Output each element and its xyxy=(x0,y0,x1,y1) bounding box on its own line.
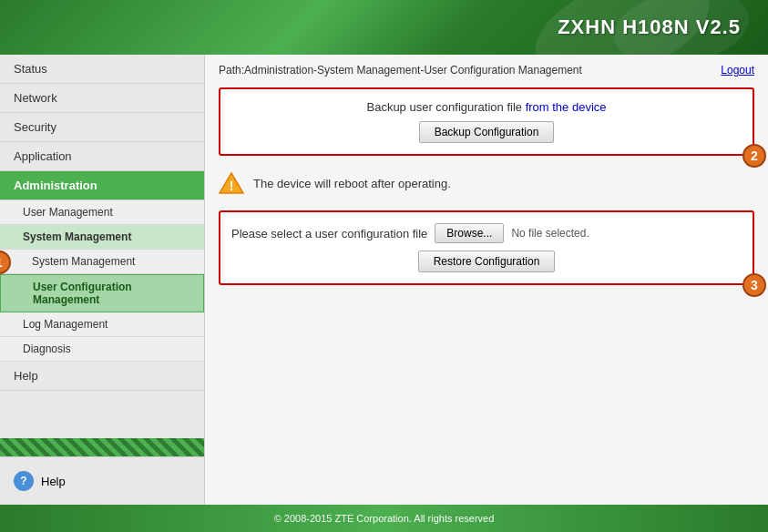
restore-section-wrap: Please select a user configuration file … xyxy=(219,210,754,285)
restore-section: Please select a user configuration file … xyxy=(219,210,754,285)
app-title: ZXHN H108N V2.5 xyxy=(558,15,741,39)
content-area: Path:Administration-System Management-Us… xyxy=(205,55,768,505)
sidebar-item-network[interactable]: Network xyxy=(0,84,204,113)
sidebar-subitem-log-management[interactable]: Log Management xyxy=(0,312,204,337)
restore-configuration-button[interactable]: Restore Configuration xyxy=(418,251,556,272)
sidebar-help: ? Help xyxy=(0,456,204,505)
breadcrumb: Path:Administration-System Management-Us… xyxy=(219,64,582,77)
annotation-2: 2 xyxy=(742,144,766,168)
restore-row: Please select a user configuration file … xyxy=(231,223,742,243)
help-label: Help xyxy=(41,475,66,488)
sidebar-subitem-user-config-management[interactable]: User Configuration Management xyxy=(0,274,204,312)
no-file-text: No file selected. xyxy=(511,227,589,240)
backup-section-inner: Backup user configuration file from the … xyxy=(231,100,742,143)
svg-text:!: ! xyxy=(230,179,234,193)
footer-text: © 2008-2015 ZTE Corporation. All rights … xyxy=(274,513,495,524)
annotation-3: 3 xyxy=(742,273,766,297)
browse-button[interactable]: Browse... xyxy=(435,223,504,243)
main-container: Status Network Security Application Admi… xyxy=(0,55,768,505)
sidebar-subitem-user-management[interactable]: User Management xyxy=(0,200,204,225)
sidebar-subitem-system-management-wrap: 1 System Management xyxy=(0,250,204,274)
sidebar-nav: Status Network Security Application Admi… xyxy=(0,55,204,438)
warning-text: The device will reboot after operating. xyxy=(253,177,451,190)
backup-configuration-button[interactable]: Backup Configuration xyxy=(419,121,555,143)
backup-section-wrap: Backup user configuration file from the … xyxy=(219,87,754,156)
sidebar-stripe xyxy=(0,438,204,456)
sidebar-item-application[interactable]: Application xyxy=(0,142,204,171)
sidebar-item-status[interactable]: Status xyxy=(0,55,204,84)
backup-section: Backup user configuration file from the … xyxy=(219,87,754,156)
sidebar-subitem-system-management-group[interactable]: System Management xyxy=(0,225,204,250)
footer: © 2008-2015 ZTE Corporation. All rights … xyxy=(0,505,768,532)
help-icon: ? xyxy=(14,471,34,491)
sidebar-item-security[interactable]: Security xyxy=(0,113,204,142)
sidebar-subitem-diagnosis[interactable]: Diagnosis xyxy=(0,337,204,362)
header: ZXHN H108N V2.5 xyxy=(0,0,768,55)
sidebar-item-administration[interactable]: Administration xyxy=(0,171,204,200)
restore-button-row: Restore Configuration xyxy=(231,251,742,272)
restore-label: Please select a user configuration file xyxy=(231,227,427,240)
sidebar: Status Network Security Application Admi… xyxy=(0,55,205,505)
path-bar: Path:Administration-System Management-Us… xyxy=(219,64,754,77)
sidebar-item-help[interactable]: Help xyxy=(0,362,204,391)
warning-icon: ! xyxy=(219,170,244,196)
sidebar-subitem-system-management[interactable]: System Management xyxy=(0,250,204,274)
backup-description: Backup user configuration file from the … xyxy=(231,100,742,114)
warning-row: ! The device will reboot after operating… xyxy=(219,167,754,200)
logout-link[interactable]: Logout xyxy=(721,64,754,77)
